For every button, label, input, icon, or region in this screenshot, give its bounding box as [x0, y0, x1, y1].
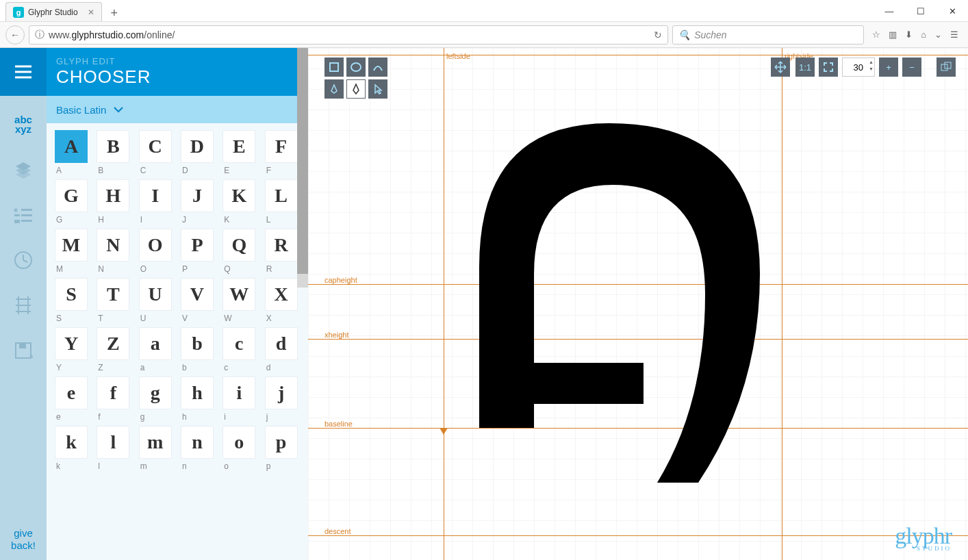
- tool-pen-add[interactable]: [324, 79, 344, 99]
- glyph-tile-L[interactable]: L: [265, 179, 298, 212]
- back-button[interactable]: ←: [5, 25, 25, 44]
- guide-leftside[interactable]: [444, 48, 444, 560]
- tool-pen[interactable]: [346, 79, 366, 99]
- glyph-tile-P[interactable]: P: [181, 229, 214, 262]
- glyph-tile-e[interactable]: e: [55, 377, 88, 409]
- rail-save[interactable]: [7, 334, 40, 367]
- glyph-tile-D[interactable]: D: [181, 130, 214, 163]
- new-tab-button[interactable]: +: [106, 5, 123, 21]
- guide-top[interactable]: [308, 55, 968, 55]
- scrollbar-thumb[interactable]: [297, 48, 308, 274]
- glyph-tile-W[interactable]: W: [222, 278, 255, 311]
- glyph-tile-G[interactable]: G: [55, 179, 88, 212]
- glyph-label: N: [97, 264, 104, 274]
- glyph-tile-h[interactable]: h: [181, 377, 214, 409]
- glyph-tile-l[interactable]: l: [97, 426, 129, 459]
- rail-history[interactable]: [7, 244, 40, 277]
- url-bar[interactable]: ⓘ www.glyphrstudio.com/online/ ↻: [29, 25, 668, 44]
- tool-path[interactable]: [368, 58, 387, 77]
- search-bar[interactable]: 🔍 Suchen: [672, 25, 864, 44]
- glyph-label: T: [97, 314, 103, 323]
- zoom-fit-button[interactable]: [819, 58, 838, 77]
- url-domain: glyphrstudio.com: [71, 29, 144, 40]
- zoom-spinner[interactable]: ▲▼: [869, 59, 874, 73]
- chooser-scrollbar[interactable]: [297, 48, 308, 288]
- zoom-in-button[interactable]: +: [879, 58, 898, 77]
- zoom-1to1-button[interactable]: 1:1: [795, 58, 815, 77]
- browser-tab[interactable]: g Glyphr Studio ✕: [5, 2, 102, 21]
- zoom-out-button[interactable]: −: [902, 58, 921, 77]
- reload-icon[interactable]: ↻: [654, 29, 662, 40]
- pan-tool[interactable]: [771, 58, 790, 77]
- glyph-tile-K[interactable]: K: [222, 179, 255, 212]
- library-icon[interactable]: ▥: [889, 29, 897, 40]
- glyph-tile-a[interactable]: a: [139, 327, 172, 360]
- glyph-shape[interactable]: [459, 116, 780, 493]
- glyph-tile-n[interactable]: n: [181, 426, 214, 459]
- glyph-tile-d[interactable]: d: [265, 327, 298, 360]
- glyph-tile-g[interactable]: g: [139, 377, 172, 409]
- downloads-icon[interactable]: ⬇: [905, 29, 913, 40]
- glyph-tile-V[interactable]: V: [181, 278, 214, 311]
- glyph-tile-O[interactable]: O: [139, 229, 172, 262]
- glyph-tile-N[interactable]: N: [97, 229, 129, 262]
- glyph-tile-Y[interactable]: Y: [55, 327, 88, 360]
- dual-screen-button[interactable]: [937, 58, 956, 77]
- rail-guides[interactable]: [7, 289, 40, 322]
- give-back-link[interactable]: giveback!: [11, 527, 36, 552]
- glyph-tile-p[interactable]: p: [265, 426, 298, 459]
- tool-oval[interactable]: [346, 58, 366, 77]
- glyph-tile-R[interactable]: R: [265, 229, 298, 262]
- glyph-tile-T[interactable]: T: [97, 278, 129, 311]
- hamburger-button[interactable]: [0, 48, 47, 96]
- glyph-tile-k[interactable]: k: [55, 426, 88, 459]
- glyph-tile-J[interactable]: J: [181, 179, 214, 212]
- glyph-label: H: [97, 215, 104, 225]
- glyph-tile-b[interactable]: b: [181, 327, 214, 360]
- glyph-label: I: [139, 215, 142, 225]
- glyph-tile-f[interactable]: f: [97, 377, 129, 409]
- edit-canvas[interactable]: leftside rightside capheight xheight bas…: [308, 48, 968, 560]
- guide-rightside[interactable]: [782, 48, 782, 560]
- glyph-tile-Z[interactable]: Z: [97, 327, 129, 360]
- glyph-tile-o[interactable]: o: [222, 426, 255, 459]
- glyph-label: l: [97, 461, 100, 471]
- rail-layers[interactable]: [7, 153, 40, 186]
- glyph-tile-Q[interactable]: Q: [222, 229, 255, 262]
- range-selector[interactable]: Basic Latin: [47, 96, 308, 123]
- glyph-tile-A[interactable]: A: [55, 130, 88, 163]
- maximize-button[interactable]: ☐: [905, 1, 937, 21]
- glyph-cell: GG: [55, 179, 90, 225]
- glyph-label: Q: [222, 264, 230, 274]
- glyph-tile-I[interactable]: I: [139, 179, 172, 212]
- glyph-tile-j[interactable]: j: [265, 377, 298, 409]
- close-window-button[interactable]: ✕: [937, 1, 968, 21]
- glyph-tile-C[interactable]: C: [139, 130, 172, 163]
- tool-rect[interactable]: [324, 58, 344, 77]
- glyph-tile-c[interactable]: c: [222, 327, 255, 360]
- glyph-tile-m[interactable]: m: [139, 426, 172, 459]
- glyph-tile-H[interactable]: H: [97, 179, 129, 212]
- glyph-tile-S[interactable]: S: [55, 278, 88, 311]
- info-icon[interactable]: ⓘ: [35, 29, 44, 41]
- glyph-tile-E[interactable]: E: [222, 130, 255, 163]
- glyph-tile-i[interactable]: i: [222, 377, 255, 409]
- bookmark-icon[interactable]: ☆: [872, 29, 880, 40]
- tool-pointer[interactable]: [368, 79, 387, 99]
- rail-glyphs[interactable]: abcxyz: [7, 108, 40, 141]
- pocket-icon[interactable]: ⌄: [934, 29, 942, 40]
- rail-attributes[interactable]: [7, 199, 40, 231]
- glyph-tile-M[interactable]: M: [55, 229, 88, 262]
- menu-icon[interactable]: ☰: [950, 29, 958, 40]
- close-tab-icon[interactable]: ✕: [88, 8, 94, 17]
- minimize-button[interactable]: —: [874, 1, 905, 21]
- svg-rect-21: [330, 63, 338, 71]
- glyph-tile-U[interactable]: U: [139, 278, 172, 311]
- glyph-tile-B[interactable]: B: [97, 130, 129, 163]
- glyph-tile-F[interactable]: F: [265, 130, 298, 163]
- glyph-tile-X[interactable]: X: [265, 278, 298, 311]
- svg-rect-10: [21, 220, 32, 222]
- glyph-label: A: [55, 166, 62, 175]
- home-icon[interactable]: ⌂: [921, 29, 926, 40]
- guide-descent[interactable]: [308, 535, 968, 536]
